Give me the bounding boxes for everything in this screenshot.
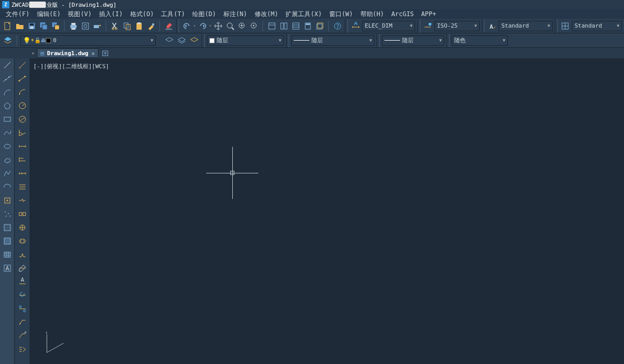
mleader-align-tool[interactable]	[17, 344, 28, 355]
polyline-tool[interactable]	[2, 168, 13, 179]
menu-window[interactable]: 窗口(W)	[326, 10, 357, 19]
rectangle-tool[interactable]	[2, 114, 13, 125]
dim-radius-tool[interactable]	[17, 100, 28, 111]
ellipse-tool[interactable]	[2, 141, 13, 152]
color-combo[interactable]: 随层▼	[207, 35, 284, 46]
dimstyle-combo[interactable]: ELEC_DIM▼	[362, 21, 415, 31]
erase-button[interactable]	[163, 20, 174, 32]
menu-arcgis[interactable]: ArcGIS	[388, 10, 417, 18]
insert-block-tool[interactable]	[2, 195, 13, 206]
save-as-button[interactable]	[38, 20, 49, 32]
dim-diameter-tool[interactable]	[17, 114, 28, 125]
menu-extend[interactable]: 扩展工具(X)	[282, 10, 326, 19]
tablestyle-icon[interactable]	[560, 20, 571, 32]
arc-tool[interactable]	[2, 86, 13, 98]
dim-angular-tool[interactable]	[17, 127, 28, 139]
redo-button[interactable]	[197, 20, 208, 32]
layer-prev-button[interactable]	[163, 35, 174, 46]
region-tool[interactable]	[2, 235, 13, 247]
xline-tool[interactable]	[2, 73, 13, 84]
menu-view[interactable]: 视图(V)	[64, 10, 95, 19]
menu-insert[interactable]: 插入(I)	[95, 10, 127, 19]
revcloud-tool[interactable]	[2, 154, 13, 166]
copy-button[interactable]	[121, 20, 132, 32]
menu-format[interactable]: 格式(O)	[127, 10, 158, 19]
textstyle-combo[interactable]: Standard▼	[498, 21, 553, 31]
mtext-tool[interactable]: A	[2, 262, 13, 274]
new-file-button[interactable]	[2, 20, 13, 32]
print-button[interactable]	[68, 20, 79, 32]
document-tab[interactable]: ▤ Drawing1.dwg ✕	[37, 48, 98, 58]
zoom-realtime-button[interactable]	[224, 20, 235, 32]
tab-arrow-icon[interactable]: ▾	[31, 50, 35, 57]
menu-modify[interactable]: 修改(M)	[251, 10, 282, 19]
dim-reassoc-tool[interactable]	[17, 303, 28, 315]
menu-draw[interactable]: 绘图(D)	[189, 10, 220, 19]
dim-tedit-tool[interactable]: A	[17, 276, 28, 287]
spline-tool[interactable]	[2, 127, 13, 139]
dim-inspect-tool[interactable]	[17, 235, 28, 247]
layer-combo[interactable]: 💡 ☀ 🔓 🖶 0 ▼	[20, 35, 156, 46]
center-mark-tool[interactable]	[17, 222, 28, 233]
dim-jogged-tool[interactable]	[17, 249, 28, 260]
dimstyle-icon[interactable]: A	[350, 20, 361, 32]
pan-button[interactable]	[213, 20, 223, 32]
dim-continue-tool[interactable]	[17, 168, 28, 179]
tool-palette-button[interactable]	[290, 20, 301, 32]
drawing-canvas[interactable]: [-][俯视][二维线框][WCS] Y	[30, 58, 624, 364]
line-tool[interactable]	[2, 59, 13, 71]
zoom-previous-button[interactable]	[248, 20, 259, 32]
dim-edit-tool[interactable]	[17, 262, 28, 274]
properties-panel-button[interactable]	[266, 20, 277, 32]
cut-button[interactable]	[109, 20, 120, 32]
textstyle-icon[interactable]: A	[486, 20, 497, 32]
dim-linear-tool[interactable]	[17, 59, 28, 71]
save-all-button[interactable]	[50, 20, 61, 32]
leader-tool[interactable]	[17, 317, 28, 328]
design-center-button[interactable]	[278, 20, 289, 32]
dim-baseline-tool[interactable]	[17, 154, 28, 166]
dim-ordinate-tool[interactable]	[17, 141, 28, 152]
iso-combo[interactable]: ISO-25▼	[434, 21, 480, 31]
lineweight-combo[interactable]: 随层▼	[382, 35, 444, 46]
dimstyle-manager-icon[interactable]	[422, 20, 433, 32]
menu-tools[interactable]: 工具(T)	[157, 10, 189, 19]
table-tool[interactable]	[2, 249, 13, 260]
dim-break-tool[interactable]	[17, 195, 28, 206]
hatch-tool[interactable]	[2, 222, 13, 233]
save-button[interactable]	[26, 20, 37, 32]
menu-help[interactable]: 帮助(H)	[357, 10, 388, 19]
menu-edit[interactable]: 编辑(E)	[33, 10, 65, 19]
tablestyle-combo[interactable]: Standard▼	[572, 21, 622, 31]
layer-state-button[interactable]	[176, 35, 187, 46]
layer-walk-button[interactable]	[188, 35, 199, 46]
plotstyle-combo[interactable]: 随色▼	[452, 35, 508, 46]
ellipse-arc-tool[interactable]	[2, 181, 13, 193]
qleader-tool[interactable]: A	[17, 330, 28, 342]
print-preview-button[interactable]	[80, 20, 91, 32]
open-file-button[interactable]	[14, 20, 25, 32]
dim-aligned-tool[interactable]	[17, 73, 28, 84]
paste-button[interactable]	[133, 20, 144, 32]
menu-appplus[interactable]: APP+	[418, 10, 440, 18]
dim-space-tool[interactable]	[17, 181, 28, 193]
menu-dimension[interactable]: 标注(N)	[220, 10, 251, 19]
match-props-button[interactable]	[145, 20, 156, 32]
point-tool[interactable]	[2, 208, 13, 220]
tab-close-button[interactable]: ✕	[92, 51, 95, 56]
layer-manager-button[interactable]	[2, 35, 14, 46]
menu-file[interactable]: 文件(F)	[2, 10, 33, 19]
undo-button[interactable]	[181, 20, 192, 32]
help-button[interactable]: ?	[332, 20, 343, 32]
calculator-button[interactable]	[302, 20, 313, 32]
dim-arc-tool[interactable]	[17, 86, 28, 98]
sheetset-button[interactable]	[314, 20, 325, 32]
linetype-combo[interactable]: 随层▼	[291, 35, 375, 46]
tolerance-tool[interactable]	[17, 208, 28, 220]
dim-update-tool[interactable]	[17, 290, 28, 301]
zoom-window-button[interactable]	[236, 20, 247, 32]
publish-button[interactable]	[92, 20, 103, 32]
new-tab-button[interactable]	[102, 49, 109, 57]
viewport-label[interactable]: [-][俯视][二维线框][WCS]	[33, 62, 109, 70]
polygon-tool[interactable]	[2, 100, 13, 111]
